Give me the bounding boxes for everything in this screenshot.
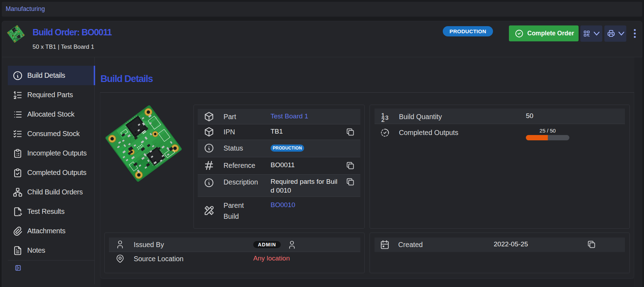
svg-text:2: 2 [381,117,384,122]
svg-text:3: 3 [385,115,388,121]
